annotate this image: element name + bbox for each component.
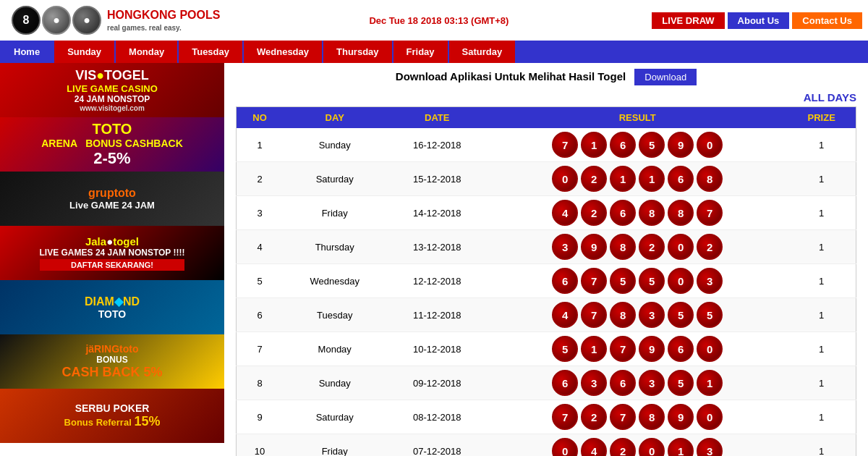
cell-day: Monday [283,332,386,366]
result-ball: 5 [610,268,636,294]
result-ball: 2 [697,234,723,260]
nav-thursday[interactable]: Thursday [323,41,392,63]
cell-date: 14-12-2018 [386,196,488,230]
result-ball: 5 [639,132,665,158]
table-row: 2Saturday15-12-20180211681 [237,162,856,196]
nav-wednesday[interactable]: Wednesday [244,41,322,63]
cell-date: 15-12-2018 [386,162,488,196]
download-bar: Download Aplikasi Untuk Melihat Hasil To… [236,69,856,85]
cell-prize: 1 [787,128,856,162]
cell-day: Sunday [283,128,386,162]
table-row: 4Thursday13-12-20183982021 [237,230,856,264]
result-ball: 6 [610,370,636,396]
cell-result: 478355 [488,298,787,332]
cell-date: 10-12-2018 [386,332,488,366]
nav-sunday[interactable]: Sunday [54,41,114,63]
result-ball: 4 [552,200,578,226]
datetime-display: Dec Tue 18 2018 03:13 (GMT+8) [369,15,509,26]
result-ball: 2 [581,166,607,192]
col-date: DATE [386,107,488,129]
cell-prize: 1 [787,332,856,366]
result-ball: 7 [610,336,636,362]
cell-no: 2 [237,162,284,196]
nav-saturday[interactable]: Saturday [449,41,516,63]
nav-friday[interactable]: Friday [393,41,448,63]
sidebar-banner-visitogel[interactable]: VIS●TOGEL LIVE GAME CASINO 24 JAM NONSTO… [0,63,224,117]
result-ball: 0 [668,234,694,260]
download-button[interactable]: Download [634,69,697,85]
logo-area: 8 ● ● HONGKONG POOLS real games. real ea… [6,3,226,38]
nav-tuesday[interactable]: Tuesday [179,41,242,63]
col-no: NO [237,107,284,129]
cell-day: Sunday [283,366,386,400]
result-ball: 6 [668,166,694,192]
top-buttons: LIVE DRAW About Us Contact Us [652,12,862,29]
sidebar-banner-totoarena[interactable]: TOTO ARENA BONUS CASHBACK 2-5% [0,117,224,172]
cell-no: 8 [237,366,284,400]
cell-date: 16-12-2018 [386,128,488,162]
result-ball: 3 [552,234,578,260]
ball-black: 8 [12,6,41,35]
result-ball: 9 [668,132,694,158]
result-ball: 6 [552,268,578,294]
result-ball: 5 [668,370,694,396]
ball-dark: ● [72,6,101,35]
all-days-label: ALL DAYS [236,91,856,104]
nav-bar: Home Sunday Monday Tuesday Wednesday Thu… [0,41,868,63]
result-ball: 3 [581,370,607,396]
result-ball: 7 [697,200,723,226]
live-draw-button[interactable]: LIVE DRAW [652,12,724,29]
cell-no: 10 [237,434,284,457]
main-layout: VIS●TOGEL LIVE GAME CASINO 24 JAM NONSTO… [0,63,868,456]
result-ball: 6 [610,132,636,158]
cell-result: 042013 [488,434,787,457]
cell-result: 517960 [488,332,787,366]
nav-home[interactable]: Home [1,41,53,63]
download-text: Download Aplikasi Untuk Melihat Hasil To… [396,70,626,83]
result-ball: 5 [639,268,665,294]
table-row: 6Tuesday11-12-20184783551 [237,298,856,332]
result-ball: 1 [668,438,694,456]
col-result: RESULT [488,107,787,129]
cell-date: 12-12-2018 [386,264,488,298]
cell-prize: 1 [787,366,856,400]
table-row: 7Monday10-12-20185179601 [237,332,856,366]
result-ball: 5 [552,336,578,362]
cell-prize: 1 [787,162,856,196]
sidebar-banner-jaringtoto[interactable]: jäRINGtoto BONUS CASH BACK 5% [0,334,224,389]
result-ball: 1 [581,336,607,362]
result-ball: 2 [610,438,636,456]
result-ball: 3 [639,370,665,396]
cell-no: 9 [237,400,284,434]
sidebar-banner-jalatogel[interactable]: Jala●togel LIVE GAMES 24 JAM NONSTOP !!!… [0,226,224,280]
result-ball: 9 [639,336,665,362]
result-ball: 6 [610,200,636,226]
cell-prize: 1 [787,400,856,434]
about-us-button[interactable]: About Us [728,12,790,29]
result-ball: 6 [668,336,694,362]
result-ball: 0 [697,404,723,430]
result-ball: 1 [581,132,607,158]
result-ball: 2 [581,200,607,226]
cell-day: Saturday [283,400,386,434]
nav-monday[interactable]: Monday [116,41,177,63]
cell-day: Tuesday [283,298,386,332]
result-ball: 3 [697,438,723,456]
result-ball: 7 [581,302,607,328]
cell-date: 11-12-2018 [386,298,488,332]
cell-prize: 1 [787,298,856,332]
result-ball: 9 [668,404,694,430]
result-ball: 2 [581,404,607,430]
sidebar-banner-diamondtoto[interactable]: DIAM◆ND TOTO [0,280,224,334]
contact-us-button[interactable]: Contact Us [792,12,862,29]
result-ball: 8 [610,302,636,328]
cell-result: 727890 [488,400,787,434]
result-ball: 7 [610,404,636,430]
result-ball: 9 [581,234,607,260]
result-ball: 0 [552,438,578,456]
cell-date: 13-12-2018 [386,230,488,264]
sidebar-banner-serbupoker[interactable]: SERBU POKER Bonus Referral 15% [0,389,224,443]
cell-result: 398202 [488,230,787,264]
sidebar-banner-gruptoto[interactable]: gruptoto Live GAME 24 JAM [0,172,224,226]
result-ball: 0 [668,268,694,294]
